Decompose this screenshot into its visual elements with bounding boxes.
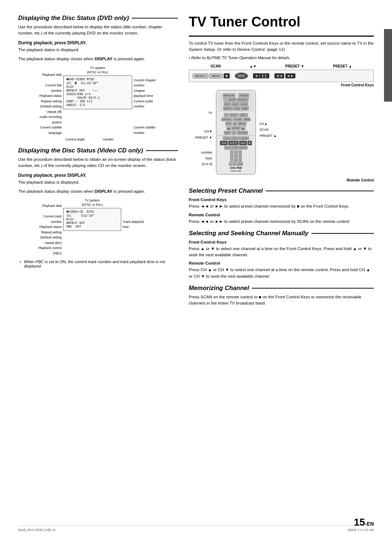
down-btn[interactable]: ▼ — [232, 131, 236, 135]
dvd-angle-labels: Current angle number — [18, 138, 178, 141]
arrows-label: ▲▼ — [249, 64, 257, 68]
monitor-btn[interactable]: MONITOR — [223, 94, 235, 97]
arrows-label-area: ▲▼ — [249, 64, 257, 69]
vt-dvd-btn[interactable]: VT.DVD — [233, 118, 242, 121]
veq-btn[interactable]: V.EQ — [233, 107, 241, 110]
selecting-preset-remote-heading: Remote Control — [189, 213, 374, 217]
zero-nine-label: (0 to 9) — [189, 161, 212, 167]
ch-down-label: CH▼ — [189, 128, 212, 134]
mute-btn[interactable]: MUTE — [228, 98, 236, 102]
num8-btn[interactable]: 8 — [234, 158, 237, 162]
disp-btn[interactable]: DISP — [224, 131, 231, 135]
aux2-btn[interactable]: AUX2 — [240, 102, 248, 106]
footer: Book_PKG-RSE2.indb 15 4/8/06 2:17:20 AM — [18, 526, 374, 532]
up-btn[interactable]: ▲ — [233, 122, 237, 126]
ch1-1-btn[interactable]: CH1-1 — [223, 136, 231, 140]
back-btn[interactable]: BACK — [239, 146, 247, 150]
na2-btn[interactable]: N/A2 — [232, 146, 239, 150]
section-vcd-step2: The playback status display closes when … — [18, 188, 178, 195]
next-btn[interactable]: ►► — [285, 73, 295, 78]
preset-up-label-area: PRESET ▲ — [333, 64, 352, 69]
num-tlk-btn[interactable]: TLK — [237, 162, 243, 166]
setup-row: SETUP V.EQ DIME — [219, 107, 253, 110]
scan-r-btn[interactable]: SCAN — [241, 136, 249, 140]
tv-btn[interactable]: TV — [224, 113, 229, 117]
stop-r-btn[interactable]: ■ — [248, 141, 252, 145]
remote-control-label: Remote Control — [189, 178, 374, 182]
na1-btn[interactable]: N/A1 — [224, 146, 231, 150]
front-keys-button-row: SELECT MENU ■ ENT ► / ❙❙ ◄◄ ►► — [193, 73, 370, 79]
num2-btn[interactable]: 2 — [234, 150, 237, 154]
monitor-source-row: MONITOR DEVICE — [219, 94, 253, 97]
dvd-screen: ■DVD-VIDEO NTSC ①1 � ①1:23’45” PLAY REPE… — [63, 75, 132, 109]
remote-right-labels: CH▲ SCAN PRESET ▲ — [260, 90, 279, 139]
num6-btn[interactable]: 6 — [238, 154, 242, 158]
prev-btn[interactable]: ◄◄ — [274, 73, 285, 78]
num-dot-btn[interactable]: • — [229, 162, 232, 166]
right-column: TV Tuner Control To control TV tuner fro… — [189, 15, 374, 528]
tv-tuner-heading-block: TV Tuner Control — [189, 15, 374, 37]
dvbt-btn[interactable]: DVB-T — [230, 113, 238, 117]
source-btn[interactable]: SOURCE — [237, 98, 248, 102]
front-control-keys-label: Front Control Keys — [189, 83, 374, 87]
section-vcd-subheading: During playback, press DISPLAY. — [18, 173, 178, 178]
num-row1: 1 2 3 — [218, 150, 254, 154]
num5-btn[interactable]: 5 — [234, 154, 237, 158]
section-dvd-status: Displaying the Disc Status (DVD only) Us… — [18, 15, 178, 141]
right-btn[interactable]: ▶ — [241, 126, 245, 130]
section-dvd-step1: The playback status is displayed. — [18, 47, 178, 53]
select-btn[interactable]: SELECT — [193, 74, 208, 78]
remote-left-labels: TV CH▼ PRESET ▼ number keys (0 to 9) — [189, 90, 212, 167]
selecting-preset-front-keys-text: Press ◄◄ or ►► to select preset channel … — [189, 203, 374, 209]
remote-body: MONITOR DEVICE ○ MUTE SOURCE DVD AUX1 — [216, 90, 256, 175]
num0-btn[interactable]: 0 — [233, 162, 236, 166]
num7-btn[interactable]: 7 — [230, 158, 233, 162]
scan-right-label: SCAN — [260, 127, 279, 132]
num9-btn[interactable]: 9 — [238, 158, 242, 162]
dime-btn[interactable]: DIME — [241, 107, 249, 110]
next-r-btn[interactable]: ►► — [239, 141, 247, 145]
vcd-screen: ■VIDEO-CD NTSC ①1 ①12’34” PLAY REPEAT OF… — [63, 208, 121, 231]
seeking-channel-front-keys-heading: Front Control Keys — [189, 240, 374, 244]
tv-label: TV — [189, 110, 212, 116]
ch1-4-btn[interactable]: CH1-4 — [232, 136, 240, 140]
disp-row: DISP ▼ RETURN — [218, 131, 254, 135]
selecting-preset-front-keys-heading: Front Control Keys — [189, 197, 374, 202]
num-row2: 4 5 6 — [218, 154, 254, 158]
play-r-btn[interactable]: ►/❙❙ — [228, 141, 238, 145]
menu-r-btn[interactable]: MENU — [238, 122, 246, 126]
menu-btn[interactable]: MENU — [209, 74, 222, 78]
num1-btn[interactable]: 1 — [230, 150, 233, 154]
tv-tuner-refer-note: • Refer to ALPINE TV Tuner Operation Man… — [189, 56, 374, 60]
section-dvd-title: Displaying the Disc Status (DVD only) — [18, 15, 129, 22]
epg-btn[interactable]: EPG — [225, 122, 232, 126]
preset-up-label: PRESET ▲ — [333, 64, 352, 68]
left-btn[interactable]: ◀ — [226, 126, 230, 130]
dvd-nu-btn[interactable]: DVD-NU — [221, 118, 232, 121]
section-vcd-step1: The playback status is displayed. — [18, 179, 178, 185]
power-btn[interactable]: ○ — [224, 98, 227, 102]
ch-up-label: CH▲ — [260, 121, 279, 127]
device-btn[interactable]: DEVICE — [239, 94, 249, 97]
dvd-center: TV system(NTSC or PAL) ■DVD-VIDEO NTSC ①… — [63, 66, 132, 109]
tv-dvdhu-row: TV DVB-T SDB-T — [218, 113, 254, 117]
setup-btn[interactable]: SETUP — [223, 107, 233, 110]
sdb-t-btn[interactable]: SDB-T — [239, 113, 248, 117]
selecting-preset-remote-text: Press ◄◄ or ►► to select preset channel … — [189, 219, 374, 225]
section-vcd-intro: Use the procedure described below to obt… — [18, 156, 178, 169]
num3-btn[interactable]: 3 — [238, 150, 242, 154]
dvd-btn[interactable]: DVD — [224, 102, 231, 106]
selecting-preset-heading-bar: Selecting Preset Channel — [189, 187, 374, 195]
num4-btn[interactable]: 4 — [230, 154, 233, 158]
play-pause-btn[interactable]: ► / ❙❙ — [253, 73, 269, 78]
return-btn[interactable]: RETURN — [237, 131, 248, 135]
ent-btn[interactable]: ENT — [235, 73, 248, 79]
stop-btn[interactable]: ■ — [224, 73, 230, 78]
enter-btn[interactable]: ENTER — [231, 126, 241, 130]
keys-label: keys — [189, 155, 212, 161]
seeking-channel-section: Selecting and Seeking Channel Manually F… — [189, 230, 374, 279]
prev-r-btn[interactable]: ◄◄ — [220, 141, 228, 145]
mem-btn[interactable]: MEM — [243, 118, 250, 121]
vcd-bullet: When PBC is set to ON, the current track… — [18, 260, 178, 268]
aux1-btn[interactable]: AUX1 — [232, 102, 240, 106]
